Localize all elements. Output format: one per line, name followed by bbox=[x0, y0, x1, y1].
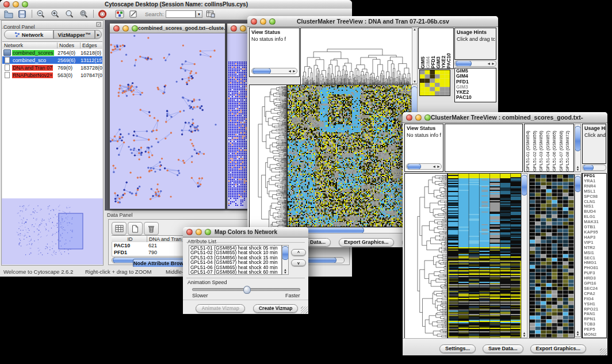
dialog-titlebar[interactable]: Map Colors to Network bbox=[183, 227, 308, 237]
treeview2-detail-heatmap[interactable] bbox=[529, 174, 575, 338]
help-button[interactable] bbox=[98, 10, 107, 18]
treeview1-action-button[interactable]: Export Graphics... bbox=[339, 238, 394, 247]
zoom-fit-button[interactable] bbox=[79, 10, 89, 18]
scroll-down-icon[interactable]: ▼ bbox=[576, 334, 580, 336]
vscroll-thumb[interactable] bbox=[575, 176, 581, 192]
attribute-item[interactable]: GPL51-07 (GSM868) heat shock 60 min bbox=[189, 270, 281, 274]
minimize-button[interactable] bbox=[196, 229, 202, 235]
network-canvas[interactable] bbox=[110, 33, 224, 208]
minimize-button[interactable] bbox=[123, 25, 129, 32]
close-button[interactable] bbox=[231, 25, 237, 32]
vizmapper-toolbar-button[interactable] bbox=[115, 10, 124, 18]
close-button[interactable] bbox=[406, 114, 412, 121]
network-row[interactable]: combined_scores 2764(0) 16218(0) bbox=[2, 49, 102, 56]
tab-network[interactable]: Network bbox=[4, 30, 53, 39]
zoom-button[interactable] bbox=[132, 25, 138, 32]
minimize-button[interactable] bbox=[240, 25, 246, 32]
save-session-button[interactable] bbox=[18, 10, 26, 18]
search-options-button[interactable] bbox=[206, 10, 215, 18]
column-label[interactable]: GPL51-08 (GSM872) bbox=[565, 124, 572, 171]
scroll-down-icon[interactable]: ▼ bbox=[284, 271, 287, 274]
animation-speed-slider[interactable] bbox=[192, 288, 300, 291]
minimize-button[interactable] bbox=[13, 1, 19, 7]
scroll-down-icon[interactable]: ▼ bbox=[523, 335, 526, 338]
column-label[interactable]: GPL51-01 (GSM854) bbox=[525, 124, 532, 171]
column-label[interactable]: GPL51-06 (GSM865) bbox=[552, 124, 559, 171]
scroll-thumb[interactable] bbox=[583, 164, 594, 171]
vscroll-thumb[interactable] bbox=[282, 246, 289, 260]
open-session-button[interactable] bbox=[4, 10, 13, 18]
zoom-button[interactable] bbox=[424, 114, 431, 121]
scroll-left-icon[interactable]: ◄ bbox=[432, 165, 436, 168]
delete-attribute-button[interactable] bbox=[144, 222, 159, 235]
column-label[interactable]: GPL51-07 (GSM868) bbox=[559, 124, 565, 171]
dialog-action-button[interactable]: Animate Vizmap bbox=[196, 304, 245, 313]
close-button[interactable] bbox=[251, 18, 257, 25]
close-button[interactable] bbox=[113, 25, 120, 32]
column-label[interactable]: PFD1 bbox=[430, 29, 435, 68]
column-label[interactable]: YKE2 bbox=[441, 29, 446, 68]
resize-grip[interactable] bbox=[600, 348, 607, 355]
node-attribute-browser-tab[interactable]: Node Attribute Browser bbox=[133, 259, 190, 267]
treeview2-titlebar[interactable]: ClusterMaker TreeView : combined_scores_… bbox=[403, 112, 607, 123]
column-label[interactable]: GPL51-02 (GSM855) bbox=[532, 124, 539, 171]
network-row[interactable]: combined_sco 2569(6) 13112(15) bbox=[2, 56, 102, 64]
treeview1-detail-heatmap[interactable] bbox=[419, 70, 450, 96]
treeview1-row-dendrogram[interactable] bbox=[249, 85, 287, 236]
scroll-right-icon[interactable]: ► bbox=[491, 62, 496, 65]
network-row[interactable]: RNAPuberNov2+ 563(0) 107847(0) bbox=[2, 71, 102, 79]
zoom-button[interactable] bbox=[205, 229, 211, 235]
birdseye-view[interactable] bbox=[2, 198, 103, 265]
scroll-left-icon[interactable]: ◄ bbox=[487, 62, 491, 65]
scroll-up-icon[interactable]: ▲ bbox=[413, 28, 416, 31]
attribute-list-scrollbar[interactable]: ▲ ▼ bbox=[282, 245, 289, 275]
scroll-right-icon[interactable]: ► bbox=[292, 70, 297, 72]
scroll-down-icon[interactable]: ▼ bbox=[413, 81, 416, 83]
zoom-button[interactable] bbox=[269, 18, 276, 25]
treeview2-row-dendrogram[interactable] bbox=[404, 173, 447, 339]
close-button[interactable] bbox=[3, 1, 10, 7]
slider-thumb[interactable] bbox=[243, 286, 251, 294]
treeview2-vscrollbar-main[interactable]: ▲ ▼ bbox=[521, 173, 527, 338]
treeview2-action-button[interactable]: Settings... bbox=[439, 344, 476, 353]
close-button[interactable] bbox=[186, 229, 193, 235]
treeview1-column-dendrogram[interactable] bbox=[300, 28, 412, 85]
treeview2-action-button[interactable]: Export Graphics... bbox=[530, 344, 587, 353]
zoom-in-button[interactable] bbox=[51, 10, 60, 18]
network-row[interactable]: DNA and Tran 07 769(0) 183728(0) bbox=[2, 64, 102, 71]
network-table-header[interactable]: Network Nodes Edges bbox=[2, 41, 102, 49]
search-input[interactable] bbox=[166, 10, 196, 18]
column-label[interactable]: PAC10 bbox=[446, 29, 451, 68]
annotation-toolbar-button[interactable] bbox=[129, 10, 138, 18]
scroll-thumb[interactable] bbox=[407, 163, 421, 170]
column-label[interactable]: GIM3 bbox=[435, 29, 441, 68]
move-attribute-down-button[interactable]: v bbox=[291, 259, 306, 266]
treeview2-colscroll[interactable]: ▲ ▼ bbox=[575, 124, 581, 172]
tab-overflow-arrow[interactable]: ► bbox=[95, 30, 102, 39]
treeview1-colscroll[interactable]: ▲ ▼ bbox=[412, 28, 418, 84]
column-label[interactable]: GPL51-03 (GSM856) bbox=[538, 124, 545, 171]
search-dropdown-button[interactable]: ▼ bbox=[196, 10, 202, 18]
treeview1-titlebar[interactable]: ClusterMaker TreeView : DNA and Tran 07-… bbox=[247, 16, 498, 27]
column-label[interactable]: GIM4 bbox=[425, 29, 430, 68]
float-panel-icon[interactable] bbox=[96, 22, 101, 27]
main-titlebar[interactable]: Cytoscape Desktop (Session Name: collins… bbox=[0, 0, 352, 9]
scroll-thumb[interactable] bbox=[456, 60, 472, 67]
minimize-button[interactable] bbox=[260, 18, 266, 25]
dialog-action-button[interactable]: Create Vizmap bbox=[253, 304, 298, 313]
treeview1-heatmap[interactable] bbox=[287, 85, 412, 227]
zoom-out-button[interactable] bbox=[36, 10, 45, 18]
row-label[interactable]: PAC10 bbox=[455, 95, 496, 100]
resize-grip[interactable] bbox=[301, 306, 308, 313]
treeview2-action-button[interactable]: Save Data... bbox=[483, 344, 523, 353]
treeview2-usage-scrollbar[interactable] bbox=[582, 164, 606, 171]
treeview2-vscrollbar-detail[interactable]: ▲ ▼ bbox=[575, 174, 581, 337]
zoom-selected-button[interactable] bbox=[65, 10, 74, 18]
column-label[interactable]: GIM5 bbox=[420, 29, 425, 68]
view-status-scrollbar[interactable]: ◄ ► bbox=[406, 163, 442, 170]
scroll-down-icon[interactable]: ▼ bbox=[576, 168, 580, 171]
tab-vizmapper[interactable]: VizMapper™ bbox=[53, 30, 95, 39]
column-label[interactable]: GPL51-04 (GSM857) bbox=[545, 124, 552, 171]
vscroll-thumb[interactable] bbox=[575, 126, 581, 151]
minimize-button[interactable] bbox=[415, 114, 422, 121]
